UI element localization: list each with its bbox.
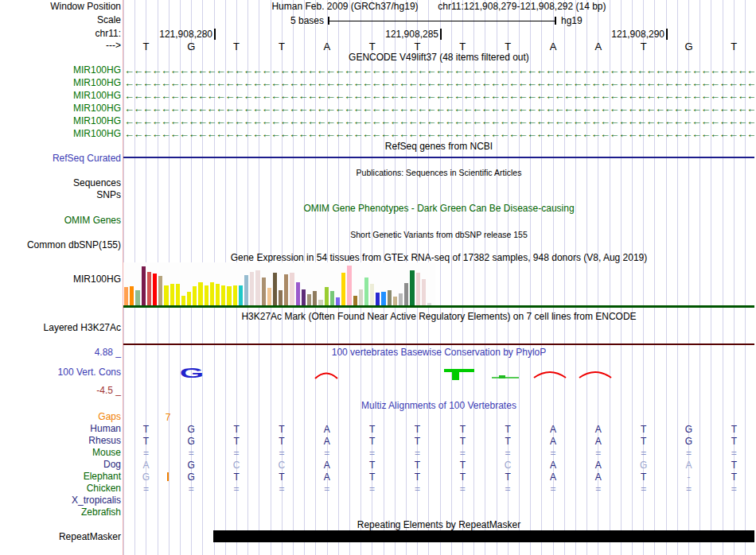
assembly-title: Human Feb. 2009 (GRCh37/hg19): [271, 1, 418, 12]
multiz-base-cell: =: [259, 483, 304, 495]
multiz-base-cell: =: [485, 483, 531, 495]
base-letter: A: [575, 41, 621, 52]
gtex-tissue-bar: [205, 285, 208, 307]
gtex-tissue-bar: [376, 293, 380, 306]
base-letter: G: [169, 41, 214, 52]
multiz-base-cell: G: [169, 436, 214, 447]
multiz-base-cell: =: [666, 448, 711, 459]
multiz-base-cell: A: [304, 472, 349, 483]
ruler-tick-mark: [214, 29, 216, 40]
omim-track-title: OMIM Gene Phenotypes - Dark Green Can Be…: [123, 204, 754, 214]
multiz-base-cell: T: [440, 436, 485, 447]
multiz-base-cell: C: [259, 460, 304, 471]
multiz-base-cell: =: [349, 483, 395, 495]
multiz-base-cell: =: [304, 483, 349, 495]
gene-label[interactable]: MIR100HG: [0, 116, 121, 126]
gtex-tissue-bar: [313, 291, 317, 306]
h3k27ac-track-title: H3K27Ac Mark (Often Found Near Active Re…: [123, 312, 754, 322]
multiz-base-cell: =: [349, 448, 395, 459]
gencode-track-title: GENCODE V49lift37 (48 items filtered out…: [123, 52, 754, 63]
multiz-species-label[interactable]: Chicken: [0, 483, 121, 494]
multiz-species-label[interactable]: Zebrafish: [0, 507, 121, 518]
gtex-tissue-bar: [302, 289, 306, 306]
gtex-tissue-bar: [164, 285, 168, 307]
gene-exon-line[interactable]: ←←←←←←←←←←←←←←←←←←←←←←←←←←←←←←←←←←←←←←←←…: [124, 116, 754, 126]
gene-exon-line[interactable]: ←←←←←←←←←←←←←←←←←←←←←←←←←←←←←←←←←←←←←←←←…: [124, 91, 754, 101]
multiz-base-cell: T: [395, 436, 440, 447]
base-letter: T: [123, 41, 169, 52]
multiz-base-cell: =: [214, 448, 259, 459]
multiz-base-cell: A: [530, 460, 575, 471]
multiz-species-label[interactable]: X_tropicalis: [0, 495, 121, 506]
multiz-base-cell: T: [214, 424, 259, 435]
gene-label[interactable]: MIR100HG: [0, 103, 121, 114]
multiz-species-label[interactable]: Rhesus: [0, 436, 121, 446]
gtex-tissue-bar: [135, 290, 139, 306]
gtex-tissue-bar: [284, 274, 288, 306]
conservation-label[interactable]: 100 Vert. Cons: [0, 367, 121, 378]
multiz-base-cell: T: [123, 436, 169, 447]
base-letter: T: [440, 41, 485, 52]
publications-sequences-label[interactable]: Sequences: [0, 178, 121, 188]
ruler-tick-mark: [666, 29, 668, 40]
gtex-tissue-bar: [239, 285, 243, 307]
gtex-tissue-bar: [210, 282, 214, 306]
publications-snps-label[interactable]: SNPs: [0, 190, 121, 200]
multiz-track-title: Multiz Alignments of 100 Vertebrates: [123, 401, 754, 411]
repeatmasker-element[interactable]: [213, 530, 754, 542]
multiz-base-cell: =: [169, 448, 214, 459]
multiz-base-cell: =: [259, 448, 304, 459]
gtex-gene-label[interactable]: MIR100HG: [0, 274, 121, 285]
conservation-max-value: 4.88 _: [0, 347, 121, 358]
gene-exon-line[interactable]: ←←←←←←←←←←←←←←←←←←←←←←←←←←←←←←←←←←←←←←←←…: [124, 129, 754, 139]
h3k27ac-baseline[interactable]: [123, 343, 754, 345]
scale-row-label: Scale: [0, 15, 121, 25]
multiz-gaps-label[interactable]: Gaps: [0, 412, 121, 422]
gtex-tissue-bar: [176, 284, 180, 306]
gene-label[interactable]: MIR100HG: [0, 91, 121, 101]
gtex-tissue-bar: [347, 266, 351, 306]
multiz-base-cell: A: [575, 424, 621, 435]
gtex-tissue-bar: [216, 284, 220, 306]
base-letter: T: [485, 41, 531, 52]
base-letter: T: [259, 41, 304, 52]
gtex-tissue-bar: [255, 270, 259, 306]
gene-label[interactable]: MIR100HG: [0, 129, 121, 139]
base-letter: T: [711, 41, 756, 52]
gtex-tissue-bar: [153, 274, 157, 306]
multiz-base-cell: T: [214, 436, 259, 447]
ruler-tick-label: 121,908,280: [117, 29, 212, 40]
gtex-tissue-bar: [353, 296, 357, 306]
gene-label[interactable]: MIR100HG: [0, 65, 121, 76]
multiz-species-label[interactable]: Mouse: [0, 448, 121, 458]
gene-label[interactable]: MIR100HG: [0, 78, 121, 88]
conservation-min-value: -4.5 _: [0, 386, 121, 396]
repeatmasker-label[interactable]: RepeatMasker: [0, 532, 121, 542]
gene-exon-line[interactable]: ←←←←←←←←←←←←←←←←←←←←←←←←←←←←←←←←←←←←←←←←…: [124, 103, 754, 114]
refseq-curated-label[interactable]: RefSeq Curated: [0, 153, 121, 164]
multiz-species-label[interactable]: Elephant: [0, 472, 121, 482]
gene-exon-line[interactable]: ←←←←←←←←←←←←←←←←←←←←←←←←←←←←←←←←←←←←←←←←…: [124, 65, 754, 76]
multiz-base-cell: T: [485, 424, 531, 435]
scale-value: 5 bases: [199, 15, 324, 26]
gtex-tissue-bar: [273, 273, 277, 306]
conservation-glyph-T: [444, 369, 474, 380]
strand-direction-arrow[interactable]: --->: [0, 41, 121, 51]
gtex-expression-chart[interactable]: [123, 262, 435, 306]
gene-exon-line[interactable]: ←←←←←←←←←←←←←←←←←←←←←←←←←←←←←←←←←←←←←←←←…: [124, 78, 754, 88]
dbsnp-track-title: Short Genetic Variants from dbSNP releas…: [123, 230, 754, 240]
gtex-tissue-bar: [364, 278, 368, 306]
refseq-track-title: RefSeq genes from NCBI: [123, 142, 754, 152]
gtex-tissue-bar: [193, 286, 197, 306]
multiz-base-cell: T: [349, 460, 395, 471]
multiz-species-label[interactable]: Human: [0, 424, 121, 434]
common-dbsnp-label[interactable]: Common dbSNP(155): [0, 240, 121, 250]
conservation-glyph-G: G: [157, 367, 226, 380]
layered-h3k27ac-label[interactable]: Layered H3K27Ac: [0, 323, 121, 333]
omim-genes-label[interactable]: OMIM Genes: [0, 215, 121, 226]
multiz-base-cell: T: [440, 472, 485, 483]
gtex-tissue-bar: [158, 276, 162, 306]
refseq-curated-item[interactable]: [123, 157, 754, 158]
multiz-species-label[interactable]: Dog: [0, 460, 121, 470]
multiz-base-cell: A: [304, 436, 349, 447]
